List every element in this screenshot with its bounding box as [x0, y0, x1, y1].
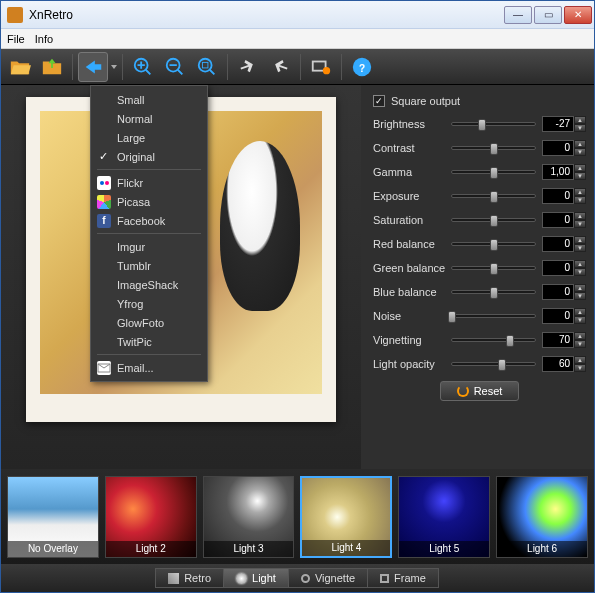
slider-value[interactable]: 0: [542, 212, 574, 228]
spin-down[interactable]: ▼: [574, 148, 586, 156]
slider-thumb[interactable]: [506, 335, 514, 347]
app-window: XnRetro — ▭ ✕ File Info ?: [0, 0, 595, 593]
slider-thumb[interactable]: [490, 239, 498, 251]
slider-track[interactable]: [451, 314, 536, 318]
slider-value[interactable]: 0: [542, 308, 574, 324]
zoom-in-button[interactable]: [128, 52, 158, 82]
slider-value[interactable]: 70: [542, 332, 574, 348]
spin-down[interactable]: ▼: [574, 172, 586, 180]
slider-thumb[interactable]: [490, 167, 498, 179]
slider-label: Light opacity: [373, 358, 451, 370]
open-button[interactable]: [5, 52, 35, 82]
slider-value[interactable]: 0: [542, 284, 574, 300]
overlay-thumb-light-2[interactable]: Light 2: [105, 476, 197, 558]
spin-up[interactable]: ▲: [574, 140, 586, 148]
tab-retro[interactable]: Retro: [155, 568, 224, 588]
share-picasa[interactable]: Picasa: [91, 192, 207, 211]
share-size-original[interactable]: ✓Original: [91, 147, 207, 166]
slider-track[interactable]: [451, 290, 536, 294]
share-email[interactable]: Email...: [91, 358, 207, 377]
spin-up[interactable]: ▲: [574, 212, 586, 220]
spin-down[interactable]: ▼: [574, 220, 586, 228]
share-yfrog[interactable]: Yfrog: [91, 294, 207, 313]
slider-track[interactable]: [451, 170, 536, 174]
spin-down[interactable]: ▼: [574, 268, 586, 276]
slider-value[interactable]: 60: [542, 356, 574, 372]
spin-down[interactable]: ▼: [574, 364, 586, 372]
settings-button[interactable]: [306, 52, 336, 82]
menu-file[interactable]: File: [7, 33, 25, 45]
slider-track[interactable]: [451, 146, 536, 150]
slider-track[interactable]: [451, 194, 536, 198]
share-flickr[interactable]: Flickr: [91, 173, 207, 192]
minimize-button[interactable]: —: [504, 6, 532, 24]
share-size-normal[interactable]: Normal: [91, 109, 207, 128]
slider-value[interactable]: 0: [542, 236, 574, 252]
share-imageshack[interactable]: ImageShack: [91, 275, 207, 294]
slider-value[interactable]: -27: [542, 116, 574, 132]
tab-vignette[interactable]: Vignette: [288, 568, 368, 588]
spin-down[interactable]: ▼: [574, 316, 586, 324]
slider-thumb[interactable]: [498, 359, 506, 371]
spin-down[interactable]: ▼: [574, 196, 586, 204]
share-facebook[interactable]: fFacebook: [91, 211, 207, 230]
spin-up[interactable]: ▲: [574, 116, 586, 124]
slider-thumb[interactable]: [490, 287, 498, 299]
spin-down[interactable]: ▼: [574, 340, 586, 348]
spin-up[interactable]: ▲: [574, 308, 586, 316]
slider-thumb[interactable]: [490, 191, 498, 203]
overlay-thumb-light-4[interactable]: Light 4: [300, 476, 392, 558]
slider-track[interactable]: [451, 242, 536, 246]
spin-down[interactable]: ▼: [574, 124, 586, 132]
share-glowfoto[interactable]: GlowFoto: [91, 313, 207, 332]
slider-track[interactable]: [451, 266, 536, 270]
slider-thumb[interactable]: [448, 311, 456, 323]
zoom-out-button[interactable]: [160, 52, 190, 82]
spin-up[interactable]: ▲: [574, 332, 586, 340]
share-imgur[interactable]: Imgur: [91, 237, 207, 256]
tab-light[interactable]: Light: [223, 568, 289, 588]
spin-down[interactable]: ▼: [574, 244, 586, 252]
overlay-thumb-light-5[interactable]: Light 5: [398, 476, 490, 558]
spin-up[interactable]: ▲: [574, 164, 586, 172]
share-dropdown-arrow[interactable]: [111, 65, 117, 69]
slider-track[interactable]: [451, 338, 536, 342]
reset-button[interactable]: Reset: [440, 381, 520, 401]
share-twitpic[interactable]: TwitPic: [91, 332, 207, 351]
share-button[interactable]: [78, 52, 108, 82]
spin-up[interactable]: ▲: [574, 260, 586, 268]
share-size-small[interactable]: Small: [91, 90, 207, 109]
spin-up[interactable]: ▲: [574, 236, 586, 244]
square-output-checkbox[interactable]: ✓ Square output: [373, 95, 586, 107]
slider-track[interactable]: [451, 218, 536, 222]
share-tumblr[interactable]: Tumblr: [91, 256, 207, 275]
slider-thumb[interactable]: [490, 263, 498, 275]
spin-down[interactable]: ▼: [574, 292, 586, 300]
overlay-thumb-light-3[interactable]: Light 3: [203, 476, 295, 558]
slider-thumb[interactable]: [490, 215, 498, 227]
maximize-button[interactable]: ▭: [534, 6, 562, 24]
spin-up[interactable]: ▲: [574, 188, 586, 196]
save-button[interactable]: [37, 52, 67, 82]
slider-track[interactable]: [451, 122, 536, 126]
slider-value[interactable]: 1,00: [542, 164, 574, 180]
overlay-thumb-no-overlay[interactable]: No Overlay: [7, 476, 99, 558]
slider-value[interactable]: 0: [542, 188, 574, 204]
slider-thumb[interactable]: [478, 119, 486, 131]
tab-frame[interactable]: Frame: [367, 568, 439, 588]
close-button[interactable]: ✕: [564, 6, 592, 24]
rotate-right-button[interactable]: [265, 52, 295, 82]
overlay-thumb-light-6[interactable]: Light 6: [496, 476, 588, 558]
picasa-icon: [97, 195, 111, 209]
menu-info[interactable]: Info: [35, 33, 53, 45]
slider-thumb[interactable]: [490, 143, 498, 155]
share-size-large[interactable]: Large: [91, 128, 207, 147]
rotate-left-button[interactable]: [233, 52, 263, 82]
slider-track[interactable]: [451, 362, 536, 366]
spin-up[interactable]: ▲: [574, 284, 586, 292]
help-button[interactable]: ?: [347, 52, 377, 82]
zoom-fit-button[interactable]: [192, 52, 222, 82]
slider-value[interactable]: 0: [542, 260, 574, 276]
spin-up[interactable]: ▲: [574, 356, 586, 364]
slider-value[interactable]: 0: [542, 140, 574, 156]
